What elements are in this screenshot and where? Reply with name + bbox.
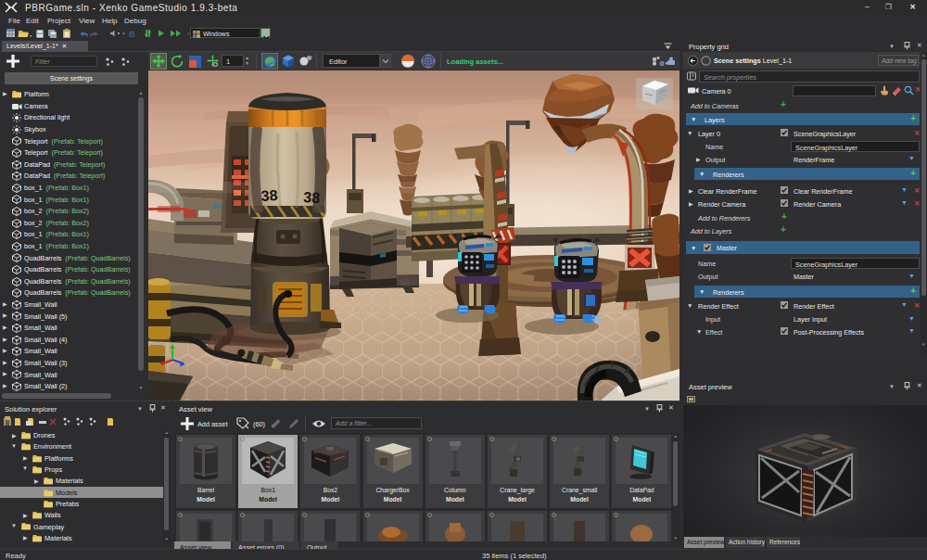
svg-text:38: 38 <box>260 187 278 204</box>
svg-text:⚙: ⚙ <box>659 60 665 67</box>
svg-text:38: 38 <box>303 189 321 206</box>
svg-text:B: B <box>129 30 135 39</box>
